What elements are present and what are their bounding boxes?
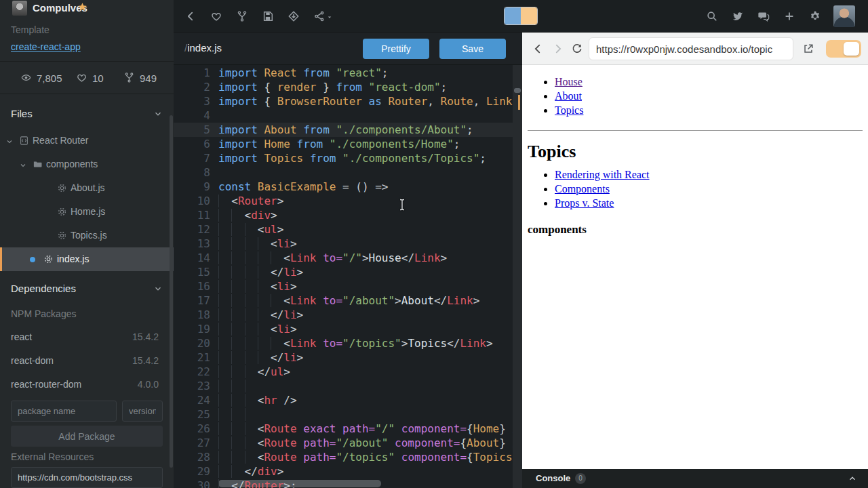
topics-heading: Topics [528, 142, 863, 162]
code-line-7[interactable]: 7import Topics from "./components/Topics… [174, 151, 522, 165]
caret-down-icon[interactable] [326, 14, 333, 21]
dependencies-section-header[interactable]: Dependencies [0, 277, 174, 301]
code-line-17[interactable]: 17 <Link to="/about">About</Link> [174, 293, 522, 308]
save-button[interactable]: Save [439, 39, 506, 59]
editor-vertical-scrollbar[interactable] [513, 65, 522, 488]
code-line-25[interactable]: 25 [174, 407, 522, 422]
file-name: About.js [71, 182, 105, 193]
code-line-9[interactable]: 9const BasicExample = () => [174, 180, 522, 194]
code-lines: 1import React from "react";2import { ren… [174, 66, 522, 488]
code-line-1[interactable]: 1import React from "react"; [174, 66, 522, 80]
preview-link-about[interactable]: About [555, 90, 582, 102]
save-icon[interactable] [262, 10, 274, 22]
back-icon[interactable] [184, 10, 197, 22]
settings-icon[interactable] [809, 10, 821, 22]
editor-view-segment[interactable] [505, 7, 521, 24]
code-line-26[interactable]: 26 <Route exact path="/" component={Home… [174, 422, 522, 436]
file-tree-item-home-js[interactable]: Home.js [0, 200, 174, 224]
open-external-icon[interactable] [802, 43, 814, 55]
comments-icon[interactable] [757, 10, 770, 22]
star-icon[interactable] [77, 2, 87, 15]
chevron-down-icon[interactable] [19, 160, 27, 172]
file-tree-item-topics-js[interactable]: Topics.js [0, 224, 174, 247]
code-line-13[interactable]: 13 <li> [174, 237, 522, 251]
chevron-up-icon[interactable] [848, 474, 857, 483]
code-line-15[interactable]: 15 </li> [174, 265, 522, 279]
code-line-27[interactable]: 27 <Route path="/about" component={About… [174, 436, 522, 450]
external-resource-input[interactable] [11, 467, 163, 488]
version-input[interactable] [122, 401, 163, 422]
preview-link-topics[interactable]: Topics [555, 104, 583, 116]
code-line-28[interactable]: 28 <Route path="/topics" component={Topi… [174, 450, 522, 464]
heart-icon[interactable] [210, 10, 222, 22]
code-line-12[interactable]: 12 <ul> [174, 222, 522, 237]
code-line-4[interactable]: 4 [174, 108, 522, 123]
topic-link-rendering-with-react[interactable]: Rendering with React [555, 169, 650, 180]
line-number: 10 [174, 194, 210, 208]
code-line-29[interactable]: 29 </div> [174, 464, 522, 479]
code-line-16[interactable]: 16 <li> [174, 279, 522, 293]
code-line-21[interactable]: 21 </li> [174, 350, 522, 365]
add-package-button[interactable]: Add Package [11, 426, 163, 447]
project-stats: 7,805 10 949 [0, 62, 174, 94]
user-avatar[interactable] [833, 5, 855, 27]
code-line-8[interactable]: 8 [174, 165, 522, 180]
preview-link-house[interactable]: House [555, 76, 583, 87]
console-bar[interactable]: Console 0 [522, 469, 868, 488]
code-line-30[interactable]: 30 </Router>; [174, 479, 522, 488]
browser-back-icon[interactable] [532, 43, 544, 55]
code-line-24[interactable]: 24 <hr /> [174, 393, 522, 407]
topic-link-props-v-state[interactable]: Props v. State [555, 197, 614, 209]
prettify-button[interactable]: Prettify [363, 39, 429, 59]
code-line-19[interactable]: 19 <li> [174, 322, 522, 336]
search-icon[interactable] [706, 10, 718, 22]
code-line-11[interactable]: 11 <div> [174, 208, 522, 222]
horizontal-rule [528, 130, 863, 131]
file-tree-item-react-router[interactable]: React Router [0, 129, 174, 152]
line-number: 12 [174, 222, 210, 237]
url-input[interactable] [589, 37, 793, 60]
sidebar-scrollbar[interactable] [170, 115, 173, 468]
mouse-cursor-ibeam [398, 198, 406, 211]
chevron-down-icon[interactable] [153, 109, 163, 121]
package-name-input[interactable] [11, 401, 117, 422]
code-line-3[interactable]: 3import { BrowserRouter as Router, Route… [174, 94, 522, 108]
code-editor[interactable]: 1import React from "react";2import { ren… [174, 65, 522, 488]
chevron-down-icon[interactable] [5, 136, 14, 148]
scrollbar-thumb[interactable] [514, 88, 521, 93]
line-number: 20 [174, 336, 210, 350]
code-line-22[interactable]: 22 </ul> [174, 365, 522, 379]
code-line-14[interactable]: 14 <Link to="/">House</Link> [174, 251, 522, 265]
deploy-icon[interactable] [288, 10, 300, 22]
file-tree-item-components[interactable]: components [0, 152, 174, 176]
chevron-down-icon[interactable] [153, 284, 163, 296]
template-link[interactable]: create-react-app [11, 41, 81, 52]
code-line-10[interactable]: 10 <Router> [174, 194, 522, 208]
files-section-header[interactable]: Files [0, 102, 174, 126]
likes-stat[interactable]: 10 [76, 62, 104, 94]
topbar [174, 0, 868, 33]
refresh-icon[interactable] [571, 43, 583, 55]
editor-preview-view-toggle[interactable] [504, 7, 538, 25]
share-icon[interactable] [313, 10, 326, 22]
code-line-18[interactable]: 18 </li> [174, 308, 522, 322]
code-line-5[interactable]: 5import About from "./components/About"; [174, 123, 522, 137]
project-owner-avatar[interactable] [12, 1, 27, 16]
file-tree-item-index-js[interactable]: index.js [0, 247, 174, 271]
topic-link-components[interactable]: Components [555, 183, 610, 195]
line-number: 15 [174, 265, 210, 279]
fork-icon[interactable] [236, 10, 248, 22]
preview-view-segment[interactable] [521, 7, 537, 24]
live-preview-toggle[interactable] [826, 40, 861, 58]
code-line-23[interactable]: 23 [174, 379, 522, 393]
file-tree-item-about-js[interactable]: About.js [0, 176, 174, 200]
code-line-6[interactable]: 6import Home from "./components/Home"; [174, 137, 522, 151]
browser-forward-icon[interactable] [552, 43, 564, 55]
line-number: 9 [174, 180, 210, 194]
code-line-2[interactable]: 2import { render } from "react-dom"; [174, 80, 522, 94]
new-sandbox-icon[interactable] [783, 10, 795, 22]
code-line-20[interactable]: 20 <Link to="/topics">Topics</Link> [174, 336, 522, 350]
twitter-icon[interactable] [732, 10, 744, 22]
console-label: Console [536, 473, 570, 483]
toggle-knob[interactable] [844, 42, 859, 56]
